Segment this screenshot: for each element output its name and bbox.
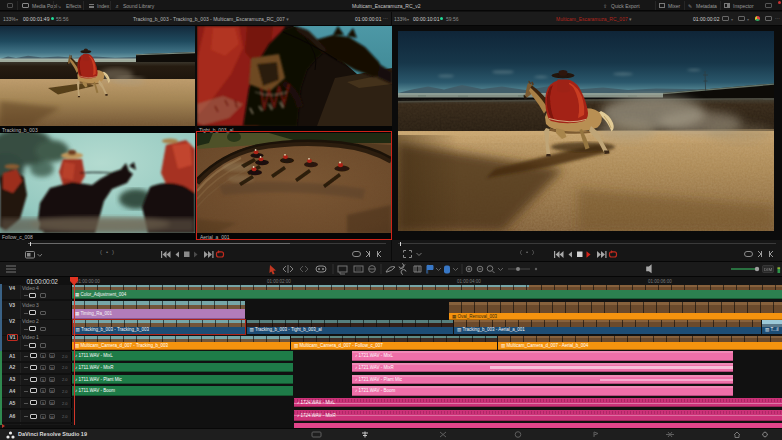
svg-text:DIM: DIM <box>764 267 772 272</box>
